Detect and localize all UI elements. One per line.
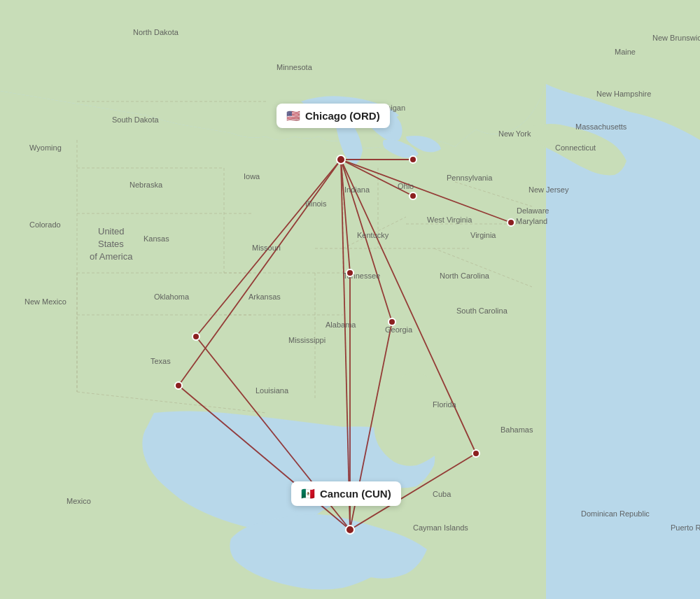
cancun-airport-label: 🇲🇽 Cancun (CUN) — [291, 481, 401, 506]
svg-text:Kentucky: Kentucky — [357, 231, 389, 239]
chicago-airport-label: 🇺🇸 Chicago (ORD) — [276, 104, 390, 128]
svg-text:Maryland: Maryland — [516, 217, 547, 225]
svg-point-87 — [346, 269, 354, 276]
svg-text:Bahamas: Bahamas — [500, 425, 533, 434]
svg-text:Nebraska: Nebraska — [130, 181, 163, 189]
svg-text:Cayman Islands: Cayman Islands — [413, 523, 468, 532]
svg-text:Puerto Rico: Puerto Rico — [671, 523, 700, 532]
map-svg: North Dakota South Dakota Wyoming Nebras… — [0, 0, 700, 599]
svg-text:Texas: Texas — [150, 357, 171, 365]
svg-text:New York: New York — [498, 129, 531, 138]
svg-text:Dominican Republic: Dominican Republic — [581, 509, 650, 518]
svg-text:States: States — [98, 239, 124, 249]
svg-point-90 — [192, 333, 200, 340]
svg-text:Arkansas: Arkansas — [248, 293, 281, 301]
svg-text:Maine: Maine — [615, 48, 636, 56]
svg-text:Indiana: Indiana — [344, 185, 370, 194]
map-container: North Dakota South Dakota Wyoming Nebras… — [0, 0, 700, 599]
svg-text:Virginia: Virginia — [470, 231, 496, 239]
svg-point-86 — [507, 219, 514, 226]
svg-text:West Virginia: West Virginia — [427, 216, 472, 224]
svg-text:South Dakota: South Dakota — [112, 115, 160, 124]
svg-text:North Carolina: North Carolina — [440, 272, 490, 280]
svg-point-84 — [410, 156, 416, 163]
svg-text:Mississippi: Mississippi — [288, 336, 326, 344]
svg-text:United: United — [98, 226, 125, 237]
svg-text:Delaware: Delaware — [517, 206, 549, 215]
svg-point-91 — [175, 382, 182, 389]
svg-point-88 — [388, 318, 396, 325]
svg-text:of America: of America — [90, 251, 133, 262]
svg-text:New Brunswick: New Brunswick — [652, 34, 700, 42]
svg-text:South Carolina: South Carolina — [456, 306, 508, 315]
svg-text:Connecticut: Connecticut — [555, 143, 596, 152]
svg-text:Massachusetts: Massachusetts — [575, 122, 627, 131]
svg-text:Mexico: Mexico — [66, 497, 91, 505]
svg-text:Illinois: Illinois — [305, 199, 327, 208]
svg-text:Louisiana: Louisiana — [255, 386, 289, 395]
svg-text:Oklahoma: Oklahoma — [154, 293, 190, 301]
svg-text:Cuba: Cuba — [433, 490, 451, 498]
svg-point-82 — [337, 155, 345, 164]
svg-text:Pennsylvania: Pennsylvania — [447, 174, 493, 182]
svg-text:Colorado: Colorado — [29, 220, 61, 229]
us-flag-icon: 🇺🇸 — [286, 109, 300, 122]
svg-text:Alabama: Alabama — [326, 320, 356, 329]
svg-text:Kansas: Kansas — [144, 234, 169, 243]
chicago-label-text: Chicago (ORD) — [305, 110, 380, 122]
svg-text:New Jersey: New Jersey — [528, 185, 569, 194]
mx-flag-icon: 🇲🇽 — [301, 487, 315, 500]
svg-text:Iowa: Iowa — [244, 172, 260, 181]
svg-text:New Mexico: New Mexico — [24, 297, 66, 306]
svg-text:Florida: Florida — [433, 400, 457, 409]
svg-text:Minnesota: Minnesota — [276, 63, 313, 71]
svg-point-89 — [472, 450, 479, 457]
svg-text:Ohio: Ohio — [398, 182, 414, 190]
cancun-label-text: Cancun (CUN) — [320, 488, 391, 500]
svg-text:New Hampshire: New Hampshire — [596, 90, 651, 98]
svg-point-83 — [346, 526, 354, 534]
svg-text:Missouri: Missouri — [252, 244, 281, 252]
svg-text:Wyoming: Wyoming — [29, 143, 62, 152]
svg-text:North Dakota: North Dakota — [133, 28, 179, 36]
svg-text:Georgia: Georgia — [385, 325, 413, 334]
svg-point-85 — [410, 192, 416, 199]
